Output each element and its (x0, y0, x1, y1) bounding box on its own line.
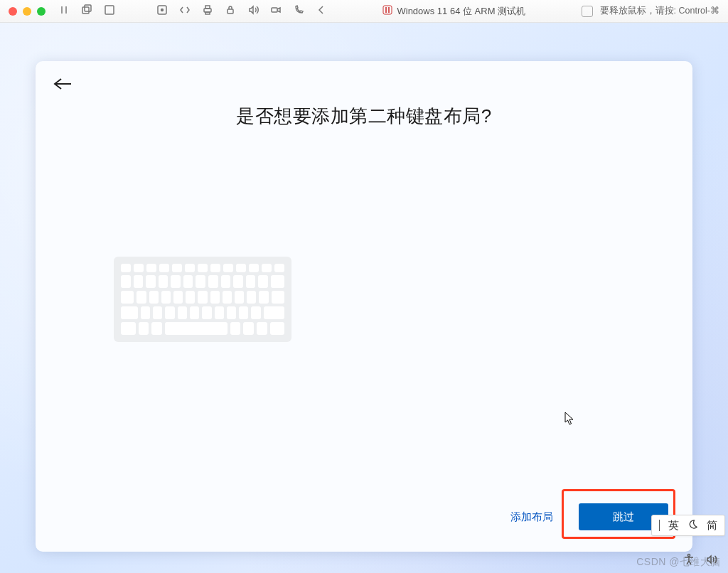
add-layout-button[interactable]: 添加布局 (506, 510, 557, 525)
volume-icon[interactable] (705, 553, 718, 569)
mac-titlebar: Windows 11 64 位 ARM 测试机 要释放鼠标，请按: Contro… (0, 0, 728, 23)
snapshot-icon[interactable] (81, 4, 92, 18)
minimize-window-icon[interactable] (23, 7, 31, 16)
window-title-area: Windows 11 64 位 ARM 测试机 (382, 5, 525, 18)
ime-divider-icon (659, 520, 660, 531)
back-button[interactable] (53, 77, 73, 91)
fullscreen-icon[interactable] (104, 4, 115, 18)
lock-icon[interactable] (225, 4, 236, 18)
svg-rect-7 (205, 12, 210, 14)
svg-rect-10 (383, 6, 392, 14)
svg-rect-8 (228, 9, 233, 14)
vm-toolbar-left (58, 4, 327, 18)
pause-icon[interactable] (58, 4, 70, 18)
camera-icon[interactable] (270, 4, 282, 18)
sound-icon[interactable] (247, 4, 259, 18)
window-controls (9, 7, 46, 16)
chevron-left-icon[interactable] (316, 4, 327, 18)
svg-point-4 (161, 9, 164, 11)
phone-icon[interactable] (293, 4, 304, 18)
svg-rect-2 (105, 6, 114, 14)
svg-point-11 (687, 554, 690, 556)
window-title: Windows 11 64 位 ARM 测试机 (397, 5, 525, 18)
close-window-icon[interactable] (9, 7, 17, 16)
actions-icon[interactable] (156, 4, 168, 18)
svg-rect-0 (82, 7, 89, 14)
pip-icon[interactable] (582, 6, 593, 17)
devtools-icon[interactable] (179, 4, 191, 18)
zoom-window-icon[interactable] (37, 7, 46, 16)
vm-toolbar-right: 要释放鼠标，请按: Control-⌘ (582, 5, 719, 17)
oobe-button-row: 添加布局 跳过 (506, 503, 668, 530)
vm-screen: 是否想要添加第二种键盘布局? 添加布局 跳过 英 简 CSDN @七维大脑 (0, 23, 728, 573)
keyboard-illustration-icon (114, 257, 291, 342)
ime-tray[interactable]: 英 简 (651, 515, 725, 536)
printer-icon[interactable] (202, 4, 213, 18)
ime-language[interactable]: 英 (668, 519, 679, 532)
ime-moon-icon[interactable] (687, 519, 698, 532)
oobe-heading: 是否想要添加第二种键盘布局? (36, 104, 692, 129)
svg-rect-1 (85, 5, 91, 11)
svg-rect-9 (272, 8, 277, 12)
parallels-app-icon (382, 5, 392, 17)
accessibility-icon[interactable] (682, 553, 695, 569)
taskbar-tray (682, 553, 718, 569)
release-mouse-hint: 要释放鼠标，请按: Control-⌘ (600, 5, 719, 17)
oobe-panel: 是否想要添加第二种键盘布局? 添加布局 跳过 (36, 61, 692, 552)
ime-mode[interactable]: 简 (707, 519, 717, 532)
svg-rect-6 (205, 6, 210, 9)
